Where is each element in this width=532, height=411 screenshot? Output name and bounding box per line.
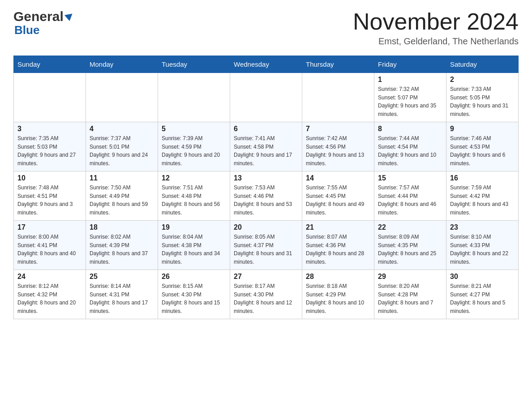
sun-info: Sunrise: 7:51 AM Sunset: 4:48 PM Dayligh…	[162, 184, 226, 217]
day-number: 14	[306, 174, 370, 182]
calendar-cell: 22Sunrise: 8:09 AM Sunset: 4:35 PM Dayli…	[374, 221, 446, 270]
calendar-cell: 7Sunrise: 7:42 AM Sunset: 4:56 PM Daylig…	[302, 122, 374, 171]
day-number: 21	[306, 223, 370, 231]
calendar-week-row: 17Sunrise: 8:00 AM Sunset: 4:41 PM Dayli…	[14, 221, 519, 270]
day-number: 25	[90, 273, 154, 281]
calendar-cell	[14, 73, 86, 122]
calendar-cell: 27Sunrise: 8:17 AM Sunset: 4:30 PM Dayli…	[230, 270, 302, 319]
calendar-cell: 29Sunrise: 8:20 AM Sunset: 4:28 PM Dayli…	[374, 270, 446, 319]
day-number: 3	[17, 125, 82, 133]
sun-info: Sunrise: 7:35 AM Sunset: 5:03 PM Dayligh…	[17, 134, 82, 167]
sun-info: Sunrise: 7:57 AM Sunset: 4:44 PM Dayligh…	[378, 184, 442, 217]
weekday-header-monday: Monday	[86, 56, 158, 73]
day-number: 7	[306, 125, 370, 133]
logo-general-text: General	[13, 9, 73, 24]
weekday-header-sunday: Sunday	[14, 56, 86, 73]
day-number: 4	[90, 125, 154, 133]
sun-info: Sunrise: 7:50 AM Sunset: 4:49 PM Dayligh…	[90, 184, 154, 217]
sun-info: Sunrise: 7:32 AM Sunset: 5:07 PM Dayligh…	[378, 85, 442, 118]
calendar-cell: 18Sunrise: 8:02 AM Sunset: 4:39 PM Dayli…	[86, 221, 158, 270]
calendar-cell: 2Sunrise: 7:33 AM Sunset: 5:05 PM Daylig…	[446, 73, 519, 122]
sun-info: Sunrise: 7:48 AM Sunset: 4:51 PM Dayligh…	[17, 184, 82, 217]
sun-info: Sunrise: 7:37 AM Sunset: 5:01 PM Dayligh…	[90, 134, 154, 167]
day-number: 22	[378, 223, 442, 231]
calendar-cell: 21Sunrise: 8:07 AM Sunset: 4:36 PM Dayli…	[302, 221, 374, 270]
sun-info: Sunrise: 8:17 AM Sunset: 4:30 PM Dayligh…	[234, 282, 298, 315]
sun-info: Sunrise: 8:04 AM Sunset: 4:38 PM Dayligh…	[162, 233, 226, 266]
month-title: November 2024	[353, 9, 519, 34]
day-number: 11	[90, 174, 154, 182]
calendar-cell	[302, 73, 374, 122]
sun-info: Sunrise: 7:39 AM Sunset: 4:59 PM Dayligh…	[162, 134, 226, 167]
calendar-table: SundayMondayTuesdayWednesdayThursdayFrid…	[13, 56, 519, 319]
calendar-week-row: 24Sunrise: 8:12 AM Sunset: 4:32 PM Dayli…	[14, 270, 519, 319]
sun-info: Sunrise: 8:15 AM Sunset: 4:30 PM Dayligh…	[162, 282, 226, 315]
sun-info: Sunrise: 8:10 AM Sunset: 4:33 PM Dayligh…	[450, 233, 515, 266]
day-number: 18	[90, 223, 154, 231]
sun-info: Sunrise: 8:05 AM Sunset: 4:37 PM Dayligh…	[234, 233, 298, 266]
sun-info: Sunrise: 8:09 AM Sunset: 4:35 PM Dayligh…	[378, 233, 442, 266]
day-number: 2	[450, 76, 515, 84]
calendar-cell: 5Sunrise: 7:39 AM Sunset: 4:59 PM Daylig…	[158, 122, 230, 171]
day-number: 9	[450, 125, 515, 133]
calendar-cell: 24Sunrise: 8:12 AM Sunset: 4:32 PM Dayli…	[14, 270, 86, 319]
calendar-cell: 26Sunrise: 8:15 AM Sunset: 4:30 PM Dayli…	[158, 270, 230, 319]
weekday-header-friday: Friday	[374, 56, 446, 73]
sun-info: Sunrise: 7:44 AM Sunset: 4:54 PM Dayligh…	[378, 134, 442, 167]
sun-info: Sunrise: 7:42 AM Sunset: 4:56 PM Dayligh…	[306, 134, 370, 167]
day-number: 6	[234, 125, 298, 133]
calendar-cell: 13Sunrise: 7:53 AM Sunset: 4:46 PM Dayli…	[230, 171, 302, 221]
sun-info: Sunrise: 8:07 AM Sunset: 4:36 PM Dayligh…	[306, 233, 370, 266]
calendar-cell: 9Sunrise: 7:46 AM Sunset: 4:53 PM Daylig…	[446, 122, 519, 171]
calendar-cell: 17Sunrise: 8:00 AM Sunset: 4:41 PM Dayli…	[14, 221, 86, 270]
calendar-cell: 19Sunrise: 8:04 AM Sunset: 4:38 PM Dayli…	[158, 221, 230, 270]
page-header: General Blue November 2024 Emst, Gelderl…	[13, 9, 519, 47]
sun-info: Sunrise: 7:41 AM Sunset: 4:58 PM Dayligh…	[234, 134, 298, 167]
day-number: 16	[450, 174, 515, 182]
calendar-week-row: 10Sunrise: 7:48 AM Sunset: 4:51 PM Dayli…	[14, 171, 519, 221]
calendar-cell: 28Sunrise: 8:18 AM Sunset: 4:29 PM Dayli…	[302, 270, 374, 319]
calendar-cell: 25Sunrise: 8:14 AM Sunset: 4:31 PM Dayli…	[86, 270, 158, 319]
calendar-week-row: 1Sunrise: 7:32 AM Sunset: 5:07 PM Daylig…	[14, 73, 519, 122]
sun-info: Sunrise: 8:21 AM Sunset: 4:27 PM Dayligh…	[450, 282, 515, 315]
weekday-header-wednesday: Wednesday	[230, 56, 302, 73]
weekday-header-tuesday: Tuesday	[158, 56, 230, 73]
day-number: 5	[162, 125, 226, 133]
sun-info: Sunrise: 7:33 AM Sunset: 5:05 PM Dayligh…	[450, 85, 515, 118]
sun-info: Sunrise: 7:53 AM Sunset: 4:46 PM Dayligh…	[234, 184, 298, 217]
calendar-cell	[158, 73, 230, 122]
day-number: 30	[450, 273, 515, 281]
calendar-cell: 16Sunrise: 7:59 AM Sunset: 4:42 PM Dayli…	[446, 171, 519, 221]
day-number: 1	[378, 76, 442, 84]
day-number: 12	[162, 174, 226, 182]
calendar-cell	[86, 73, 158, 122]
weekday-header-thursday: Thursday	[302, 56, 374, 73]
day-number: 29	[378, 273, 442, 281]
sun-info: Sunrise: 8:12 AM Sunset: 4:32 PM Dayligh…	[17, 282, 82, 315]
day-number: 17	[17, 223, 82, 231]
day-number: 10	[17, 174, 82, 182]
day-number: 8	[378, 125, 442, 133]
calendar-cell: 30Sunrise: 8:21 AM Sunset: 4:27 PM Dayli…	[446, 270, 519, 319]
day-number: 27	[234, 273, 298, 281]
day-number: 20	[234, 223, 298, 231]
title-area: November 2024 Emst, Gelderland, The Neth…	[353, 9, 519, 47]
sun-info: Sunrise: 8:00 AM Sunset: 4:41 PM Dayligh…	[17, 233, 82, 266]
logo-area: General Blue	[13, 9, 73, 37]
day-number: 28	[306, 273, 370, 281]
calendar-week-row: 3Sunrise: 7:35 AM Sunset: 5:03 PM Daylig…	[14, 122, 519, 171]
calendar-cell: 4Sunrise: 7:37 AM Sunset: 5:01 PM Daylig…	[86, 122, 158, 171]
location-title: Emst, Gelderland, The Netherlands	[353, 36, 519, 47]
calendar-cell: 8Sunrise: 7:44 AM Sunset: 4:54 PM Daylig…	[374, 122, 446, 171]
day-number: 24	[17, 273, 82, 281]
calendar-cell	[230, 73, 302, 122]
calendar-cell: 20Sunrise: 8:05 AM Sunset: 4:37 PM Dayli…	[230, 221, 302, 270]
day-number: 15	[378, 174, 442, 182]
sun-info: Sunrise: 8:02 AM Sunset: 4:39 PM Dayligh…	[90, 233, 154, 266]
calendar-header-row: SundayMondayTuesdayWednesdayThursdayFrid…	[14, 56, 519, 73]
sun-info: Sunrise: 8:14 AM Sunset: 4:31 PM Dayligh…	[90, 282, 154, 315]
logo-blue-text: Blue	[14, 23, 39, 37]
sun-info: Sunrise: 7:55 AM Sunset: 4:45 PM Dayligh…	[306, 184, 370, 217]
day-number: 26	[162, 273, 226, 281]
sun-info: Sunrise: 8:18 AM Sunset: 4:29 PM Dayligh…	[306, 282, 370, 315]
